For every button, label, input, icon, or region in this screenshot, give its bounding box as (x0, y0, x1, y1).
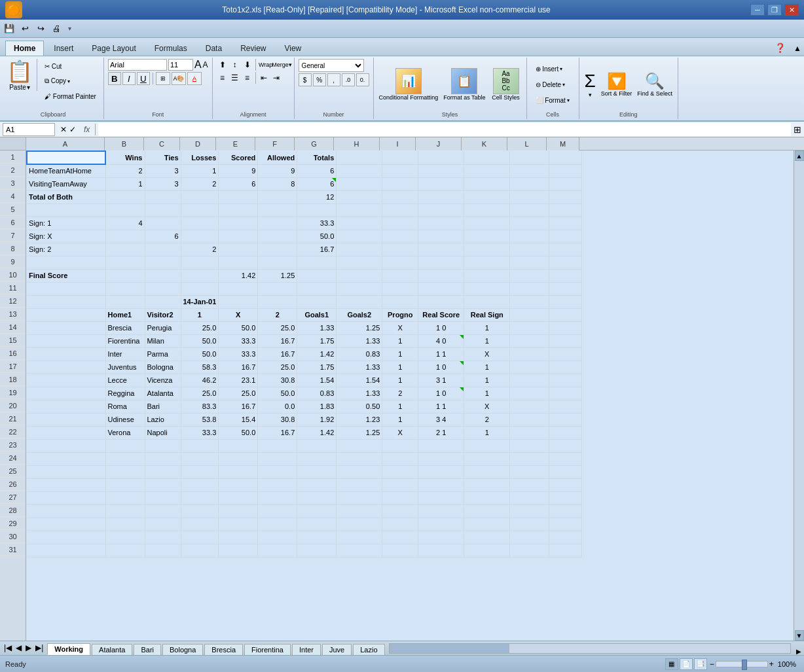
cell-f20[interactable]: 0.0 (258, 400, 297, 413)
sheet-tab-inter[interactable]: Inter (292, 644, 321, 655)
cell-i2[interactable] (382, 164, 418, 177)
cell-g1[interactable]: Totals (297, 151, 337, 164)
cell-i31[interactable] (382, 544, 418, 557)
cell-i8[interactable] (382, 243, 418, 256)
cell-h14[interactable]: 1.25 (337, 321, 382, 334)
cell-a28[interactable] (27, 504, 105, 518)
cell-k7[interactable] (464, 230, 510, 243)
increase-decimal-btn[interactable]: .0 (342, 73, 355, 86)
cell-j21[interactable]: 3 4 (418, 413, 464, 426)
cell-a1[interactable] (27, 151, 105, 164)
cell-j2[interactable] (418, 164, 464, 177)
cell-a23[interactable] (27, 439, 105, 452)
currency-btn[interactable]: $ (299, 73, 312, 86)
cell-b2[interactable]: 2 (105, 164, 145, 177)
cell-h26[interactable] (337, 478, 382, 491)
cell-b15[interactable]: Fiorentina (105, 334, 145, 347)
cell-e2[interactable]: 9 (219, 164, 258, 177)
row-header-12[interactable]: 12 (0, 294, 26, 308)
print-qa-btn[interactable]: 🖨 (50, 22, 63, 35)
cell-l26[interactable] (510, 478, 549, 491)
cell-j24[interactable] (418, 452, 464, 465)
col-header-m[interactable]: M (547, 137, 579, 150)
cell-b27[interactable] (105, 491, 145, 504)
cell-h29[interactable] (337, 518, 382, 531)
cell-c23[interactable] (145, 439, 181, 452)
cell-d23[interactable] (181, 439, 219, 452)
sheet-tab-fiorentina[interactable]: Fiorentina (244, 644, 291, 655)
name-box[interactable] (3, 123, 55, 136)
col-header-g[interactable]: G (295, 137, 334, 150)
row-header-11[interactable]: 11 (0, 281, 26, 294)
cell-e23[interactable] (219, 439, 258, 452)
cell-f21[interactable]: 30.8 (258, 413, 297, 426)
cell-m2[interactable] (549, 164, 582, 177)
cell-e19[interactable]: 25.0 (219, 387, 258, 400)
cell-i12[interactable] (382, 295, 418, 308)
autosum-dropdown[interactable]: ▾ (589, 92, 592, 98)
cell-f24[interactable] (258, 452, 297, 465)
cell-j3[interactable] (418, 177, 464, 190)
cell-b1[interactable]: Wins (105, 151, 145, 164)
cell-a15[interactable] (27, 334, 105, 347)
cell-c5[interactable] (145, 203, 181, 217)
cell-d26[interactable] (181, 478, 219, 491)
cell-k23[interactable] (464, 439, 510, 452)
cell-f5[interactable] (258, 203, 297, 217)
cell-g14[interactable]: 1.33 (297, 321, 337, 334)
cell-k21[interactable]: 2 (464, 413, 510, 426)
h-scroll-right-btn[interactable]: ▶ (794, 648, 804, 655)
cell-a6[interactable]: Sign: 1 (27, 217, 105, 230)
formula-input[interactable] (98, 123, 791, 136)
cell-l25[interactable] (510, 465, 549, 478)
cell-d4[interactable] (181, 190, 219, 203)
cell-i26[interactable] (382, 478, 418, 491)
paste-icon[interactable]: 📋 (7, 59, 33, 84)
cell-k26[interactable] (464, 478, 510, 491)
cell-d22[interactable]: 33.3 (181, 426, 219, 439)
cell-g29[interactable] (297, 518, 337, 531)
cell-k17[interactable]: 1 (464, 361, 510, 374)
cell-m6[interactable] (549, 217, 582, 230)
cell-d5[interactable] (181, 203, 219, 217)
cell-i23[interactable] (382, 439, 418, 452)
cell-g12[interactable] (297, 295, 337, 308)
format-as-table-btn[interactable]: 📋 Format as Table (442, 67, 486, 103)
row-header-29[interactable]: 29 (0, 517, 26, 530)
cell-b10[interactable] (105, 269, 145, 282)
cell-l18[interactable] (510, 374, 549, 387)
cell-m13[interactable] (549, 308, 582, 321)
indent-increase-btn[interactable]: ⇥ (270, 72, 282, 84)
cell-b22[interactable]: Verona (105, 426, 145, 439)
cell-h21[interactable]: 1.23 (337, 413, 382, 426)
cell-i16[interactable]: 1 (382, 347, 418, 361)
cell-k11[interactable] (464, 282, 510, 295)
cell-g8[interactable]: 16.7 (297, 243, 337, 256)
cell-l1[interactable] (510, 151, 549, 164)
cell-e9[interactable] (219, 256, 258, 269)
conditional-formatting-btn[interactable]: 📊 Conditional Formatting (378, 67, 440, 103)
comma-btn[interactable]: , (327, 73, 340, 86)
cell-k16[interactable]: X (464, 347, 510, 361)
cell-f6[interactable] (258, 217, 297, 230)
cell-c10[interactable] (145, 269, 181, 282)
cell-l3[interactable] (510, 177, 549, 190)
cell-k2[interactable] (464, 164, 510, 177)
cell-c18[interactable]: Vicenza (145, 374, 181, 387)
cell-h13[interactable]: Goals2 (337, 308, 382, 321)
cell-m3[interactable] (549, 177, 582, 190)
sheet-last-btn[interactable]: ▶| (34, 642, 45, 654)
cell-h15[interactable]: 1.33 (337, 334, 382, 347)
cell-b6[interactable]: 4 (105, 217, 145, 230)
cell-g21[interactable]: 1.92 (297, 413, 337, 426)
cell-f30[interactable] (258, 531, 297, 544)
cell-e12[interactable] (219, 295, 258, 308)
cell-c24[interactable] (145, 452, 181, 465)
cell-e7[interactable] (219, 230, 258, 243)
cell-b19[interactable]: Reggina (105, 387, 145, 400)
cell-j10[interactable] (418, 269, 464, 282)
cell-e26[interactable] (219, 478, 258, 491)
cell-f8[interactable] (258, 243, 297, 256)
row-header-5[interactable]: 5 (0, 203, 26, 216)
cell-i22[interactable]: X (382, 426, 418, 439)
